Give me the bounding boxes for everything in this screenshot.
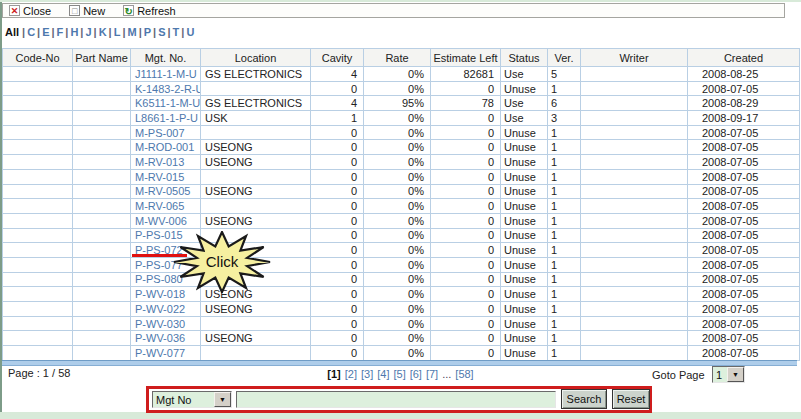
mgt-no-link[interactable]: K-1483-2-R-U — [135, 83, 201, 95]
table-cell — [3, 184, 73, 199]
filter-letter-link[interactable]: M — [127, 26, 136, 38]
page-link-last[interactable]: [58] — [455, 368, 473, 380]
mgt-no-link[interactable]: P-WV-036 — [135, 332, 185, 344]
table-cell: 1 — [548, 155, 581, 170]
filter-separator: | — [181, 26, 184, 38]
table-cell — [3, 331, 73, 346]
mgt-no-link[interactable]: M-WV-006 — [135, 215, 187, 227]
table-cell: Use — [501, 96, 548, 111]
table-cell: 0 — [431, 257, 501, 272]
filter-letter-link[interactable]: C — [27, 26, 35, 38]
table-cell: 0% — [364, 184, 431, 199]
table-cell: 0 — [311, 155, 364, 170]
table-cell: 0% — [364, 199, 431, 214]
table-cell: 0 — [431, 155, 501, 170]
page-link[interactable]: [7] — [426, 368, 438, 380]
table-cell: 0 — [431, 302, 501, 317]
table-cell — [581, 257, 688, 272]
table-cell: 0% — [364, 228, 431, 243]
table-cell: M-RV-065 — [131, 199, 201, 214]
table-row: L8661-1-P-UUSK10%0Use32008-09-17 — [3, 111, 800, 126]
mgt-no-link[interactable]: P-WV-030 — [135, 318, 185, 330]
table-cell: Unuse — [501, 302, 548, 317]
page-link[interactable]: [6] — [410, 368, 422, 380]
mgt-no-link[interactable]: L8661-1-P-U — [135, 112, 198, 124]
filter-letter-link[interactable]: S — [158, 26, 165, 38]
search-button[interactable]: Search — [561, 389, 607, 409]
mgt-no-link[interactable]: P-WV-077 — [135, 347, 185, 359]
page-link[interactable]: [4] — [377, 368, 389, 380]
filter-letter-link[interactable]: F — [57, 26, 64, 38]
goto-page-select[interactable]: 1 ▼ — [712, 366, 745, 383]
mgt-no-link[interactable]: M-RV-013 — [135, 156, 184, 168]
filter-letter-link[interactable]: P — [144, 26, 151, 38]
table-cell: Unuse — [501, 346, 548, 361]
mgt-no-link[interactable]: K6511-1-M-U — [135, 97, 200, 109]
table-cell: Unuse — [501, 257, 548, 272]
table-cell — [3, 155, 73, 170]
table-cell — [3, 140, 73, 155]
search-input[interactable] — [236, 391, 556, 408]
table-cell: 0% — [364, 302, 431, 317]
filter-separator: | — [65, 26, 68, 38]
table-cell: 2008-07-05 — [688, 346, 800, 361]
table-cell — [73, 67, 131, 82]
table-cell: 0 — [311, 316, 364, 331]
mgt-no-link[interactable]: M-ROD-001 — [135, 141, 194, 153]
table-cell: Unuse — [501, 140, 548, 155]
table-row: P-WV-022USEONG00%0Unuse12008-07-05 — [3, 302, 800, 317]
mgt-no-link[interactable]: M-RV-0505 — [135, 185, 190, 197]
table-cell: 2008-07-05 — [688, 331, 800, 346]
close-button[interactable]: ✕ Close — [9, 5, 51, 17]
page-link[interactable]: [3] — [361, 368, 373, 380]
filter-separator: | — [122, 26, 125, 38]
table-cell — [581, 316, 688, 331]
table-cell: Unuse — [501, 81, 548, 96]
new-button[interactable]: □ New — [69, 5, 105, 17]
table-cell — [581, 111, 688, 126]
mgt-no-link[interactable]: M-RV-015 — [135, 171, 184, 183]
chevron-down-icon: ▼ — [214, 392, 231, 407]
table-cell — [581, 302, 688, 317]
table-cell: Unuse — [501, 155, 548, 170]
table-cell: 0% — [364, 155, 431, 170]
mgt-no-link[interactable]: J1111-1-M-U — [135, 68, 197, 80]
table-cell: 2008-07-05 — [688, 316, 800, 331]
table-cell: Unuse — [501, 213, 548, 228]
filter-letter-link[interactable]: E — [42, 26, 49, 38]
filter-letter-link[interactable]: H — [70, 26, 78, 38]
table-cell — [73, 346, 131, 361]
mgt-no-link[interactable]: M-PS-007 — [135, 127, 185, 139]
table-cell — [581, 272, 688, 287]
pagination-ellipsis: ... — [442, 368, 451, 380]
filter-letter-link[interactable]: K — [99, 26, 107, 38]
mold-list-window: ✕ Close □ New ↻ Refresh All|C|E|F|H|J|K|… — [0, 0, 801, 419]
filter-letter-link[interactable]: U — [186, 26, 194, 38]
filter-letter-link[interactable]: T — [173, 26, 180, 38]
table-row: M-RV-01500%0Unuse12008-07-05 — [3, 169, 800, 184]
mgt-no-link[interactable]: M-RV-065 — [135, 200, 184, 212]
table-cell — [3, 272, 73, 287]
table-cell — [201, 316, 311, 331]
table-cell: M-WV-006 — [131, 213, 201, 228]
table-cell — [73, 184, 131, 199]
mgt-no-link[interactable]: P-WV-022 — [135, 303, 185, 315]
refresh-button[interactable]: ↻ Refresh — [123, 5, 176, 17]
filter-separator: | — [168, 26, 171, 38]
refresh-icon: ↻ — [123, 5, 134, 16]
filter-letter-link[interactable]: J — [85, 26, 91, 38]
table-cell: 6 — [548, 96, 581, 111]
table-cell: 0 — [311, 184, 364, 199]
table-cell: 0 — [431, 316, 501, 331]
page-link[interactable]: [5] — [393, 368, 405, 380]
filter-letter-link[interactable]: L — [114, 26, 121, 38]
table-cell — [73, 287, 131, 302]
filter-all[interactable]: All — [5, 26, 19, 38]
table-cell: 2008-07-05 — [688, 155, 800, 170]
table-row: P-WV-018USEONG00%0Unuse12008-07-05 — [3, 287, 800, 302]
page-link[interactable]: [2] — [345, 368, 357, 380]
search-field-select[interactable]: Mgt No ▼ — [152, 391, 232, 408]
table-cell: P-WV-030 — [131, 316, 201, 331]
table-cell: 1 — [548, 331, 581, 346]
reset-button[interactable]: Reset — [612, 389, 650, 409]
